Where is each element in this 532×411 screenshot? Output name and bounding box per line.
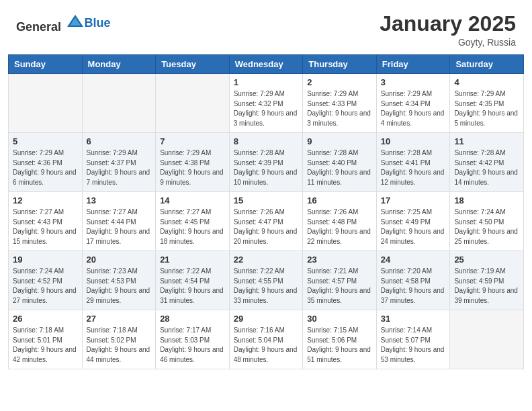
calendar-week-4: 19Sunrise: 7:24 AM Sunset: 4:52 PM Dayli…	[9, 251, 524, 310]
calendar-cell	[156, 74, 230, 133]
calendar-cell: 30Sunrise: 7:15 AM Sunset: 5:06 PM Dayli…	[303, 310, 377, 369]
day-info: Sunrise: 7:24 AM Sunset: 4:52 PM Dayligh…	[13, 267, 78, 306]
calendar-cell: 27Sunrise: 7:18 AM Sunset: 5:02 PM Dayli…	[82, 310, 156, 369]
weekday-wednesday: Wednesday	[229, 55, 303, 74]
calendar-cell: 20Sunrise: 7:23 AM Sunset: 4:53 PM Dayli…	[82, 251, 156, 310]
day-info: Sunrise: 7:16 AM Sunset: 5:04 PM Dayligh…	[234, 326, 299, 365]
page-header: General Blue January 2025 Goyty, Russia	[0, 0, 532, 54]
day-number: 22	[234, 255, 299, 265]
day-number: 18	[454, 195, 519, 205]
weekday-monday: Monday	[82, 55, 156, 74]
calendar-cell: 19Sunrise: 7:24 AM Sunset: 4:52 PM Dayli…	[9, 251, 83, 310]
day-number: 12	[13, 195, 78, 205]
day-number: 20	[87, 255, 152, 265]
calendar-cell: 6Sunrise: 7:29 AM Sunset: 4:37 PM Daylig…	[82, 133, 156, 192]
location: Goyty, Russia	[380, 37, 516, 48]
day-info: Sunrise: 7:29 AM Sunset: 4:33 PM Dayligh…	[307, 89, 372, 128]
logo-general: General	[16, 20, 61, 34]
day-number: 16	[307, 195, 372, 205]
title-area: January 2025 Goyty, Russia	[380, 12, 516, 48]
day-number: 2	[307, 77, 372, 87]
day-number: 11	[454, 136, 519, 146]
day-info: Sunrise: 7:28 AM Sunset: 4:41 PM Dayligh…	[381, 148, 446, 187]
calendar-cell: 29Sunrise: 7:16 AM Sunset: 5:04 PM Dayli…	[229, 310, 303, 369]
calendar-cell: 13Sunrise: 7:27 AM Sunset: 4:44 PM Dayli…	[82, 192, 156, 251]
day-number: 3	[381, 77, 446, 87]
day-info: Sunrise: 7:17 AM Sunset: 5:03 PM Dayligh…	[160, 326, 225, 365]
day-info: Sunrise: 7:27 AM Sunset: 4:43 PM Dayligh…	[13, 208, 78, 246]
day-number: 26	[13, 314, 78, 324]
day-number: 5	[13, 136, 78, 146]
day-info: Sunrise: 7:21 AM Sunset: 4:57 PM Dayligh…	[307, 267, 372, 306]
calendar-cell	[450, 310, 524, 369]
day-info: Sunrise: 7:28 AM Sunset: 4:40 PM Dayligh…	[307, 148, 372, 187]
day-info: Sunrise: 7:19 AM Sunset: 4:59 PM Dayligh…	[454, 267, 519, 306]
day-info: Sunrise: 7:18 AM Sunset: 5:02 PM Dayligh…	[87, 326, 152, 365]
day-info: Sunrise: 7:28 AM Sunset: 4:39 PM Dayligh…	[234, 148, 299, 187]
day-info: Sunrise: 7:15 AM Sunset: 5:06 PM Dayligh…	[307, 326, 372, 365]
day-number: 1	[234, 77, 299, 87]
day-info: Sunrise: 7:22 AM Sunset: 4:55 PM Dayligh…	[234, 267, 299, 306]
month-title: January 2025	[380, 12, 516, 36]
weekday-sunday: Sunday	[9, 55, 83, 74]
day-info: Sunrise: 7:23 AM Sunset: 4:53 PM Dayligh…	[87, 267, 152, 306]
calendar-cell: 25Sunrise: 7:19 AM Sunset: 4:59 PM Dayli…	[450, 251, 524, 310]
day-number: 14	[160, 195, 225, 205]
calendar-cell: 31Sunrise: 7:14 AM Sunset: 5:07 PM Dayli…	[376, 310, 450, 369]
calendar-cell: 2Sunrise: 7:29 AM Sunset: 4:33 PM Daylig…	[303, 74, 377, 133]
day-number: 13	[87, 195, 152, 205]
logo-icon	[66, 12, 85, 31]
weekday-friday: Friday	[376, 55, 450, 74]
calendar-cell: 26Sunrise: 7:18 AM Sunset: 5:01 PM Dayli…	[9, 310, 83, 369]
calendar-table: SundayMondayTuesdayWednesdayThursdayFrid…	[8, 54, 524, 369]
day-number: 10	[381, 136, 446, 146]
day-info: Sunrise: 7:29 AM Sunset: 4:38 PM Dayligh…	[160, 148, 225, 187]
day-number: 27	[87, 314, 152, 324]
calendar-body: 1Sunrise: 7:29 AM Sunset: 4:32 PM Daylig…	[9, 74, 524, 369]
day-number: 8	[234, 136, 299, 146]
day-info: Sunrise: 7:29 AM Sunset: 4:32 PM Dayligh…	[234, 89, 299, 128]
calendar-week-2: 5Sunrise: 7:29 AM Sunset: 4:36 PM Daylig…	[9, 133, 524, 192]
calendar-cell: 10Sunrise: 7:28 AM Sunset: 4:41 PM Dayli…	[376, 133, 450, 192]
day-number: 24	[381, 255, 446, 265]
calendar-cell: 4Sunrise: 7:29 AM Sunset: 4:35 PM Daylig…	[450, 74, 524, 133]
calendar-cell: 16Sunrise: 7:26 AM Sunset: 4:48 PM Dayli…	[303, 192, 377, 251]
weekday-header-row: SundayMondayTuesdayWednesdayThursdayFrid…	[9, 55, 524, 74]
day-number: 9	[307, 136, 372, 146]
day-info: Sunrise: 7:27 AM Sunset: 4:44 PM Dayligh…	[87, 208, 152, 246]
calendar-cell: 28Sunrise: 7:17 AM Sunset: 5:03 PM Dayli…	[156, 310, 230, 369]
calendar-cell: 24Sunrise: 7:20 AM Sunset: 4:58 PM Dayli…	[376, 251, 450, 310]
weekday-thursday: Thursday	[303, 55, 377, 74]
logo: General Blue	[16, 12, 111, 34]
day-number: 29	[234, 314, 299, 324]
calendar-cell: 22Sunrise: 7:22 AM Sunset: 4:55 PM Dayli…	[229, 251, 303, 310]
calendar-cell: 8Sunrise: 7:28 AM Sunset: 4:39 PM Daylig…	[229, 133, 303, 192]
calendar-cell: 3Sunrise: 7:29 AM Sunset: 4:34 PM Daylig…	[376, 74, 450, 133]
calendar-week-5: 26Sunrise: 7:18 AM Sunset: 5:01 PM Dayli…	[9, 310, 524, 369]
day-number: 6	[87, 136, 152, 146]
day-number: 17	[381, 195, 446, 205]
calendar-week-3: 12Sunrise: 7:27 AM Sunset: 4:43 PM Dayli…	[9, 192, 524, 251]
day-number: 28	[160, 314, 225, 324]
day-info: Sunrise: 7:22 AM Sunset: 4:54 PM Dayligh…	[160, 267, 225, 306]
calendar-cell	[82, 74, 156, 133]
day-info: Sunrise: 7:26 AM Sunset: 4:47 PM Dayligh…	[234, 208, 299, 246]
calendar-week-1: 1Sunrise: 7:29 AM Sunset: 4:32 PM Daylig…	[9, 74, 524, 133]
day-number: 25	[454, 255, 519, 265]
calendar-cell: 15Sunrise: 7:26 AM Sunset: 4:47 PM Dayli…	[229, 192, 303, 251]
calendar-cell: 21Sunrise: 7:22 AM Sunset: 4:54 PM Dayli…	[156, 251, 230, 310]
calendar-cell: 17Sunrise: 7:25 AM Sunset: 4:49 PM Dayli…	[376, 192, 450, 251]
day-number: 4	[454, 77, 519, 87]
calendar-cell: 1Sunrise: 7:29 AM Sunset: 4:32 PM Daylig…	[229, 74, 303, 133]
day-info: Sunrise: 7:25 AM Sunset: 4:49 PM Dayligh…	[381, 208, 446, 246]
calendar-cell: 9Sunrise: 7:28 AM Sunset: 4:40 PM Daylig…	[303, 133, 377, 192]
calendar-cell: 14Sunrise: 7:27 AM Sunset: 4:45 PM Dayli…	[156, 192, 230, 251]
day-number: 31	[381, 314, 446, 324]
weekday-saturday: Saturday	[450, 55, 524, 74]
calendar-cell: 11Sunrise: 7:28 AM Sunset: 4:42 PM Dayli…	[450, 133, 524, 192]
day-number: 19	[13, 255, 78, 265]
calendar-cell: 5Sunrise: 7:29 AM Sunset: 4:36 PM Daylig…	[9, 133, 83, 192]
day-info: Sunrise: 7:26 AM Sunset: 4:48 PM Dayligh…	[307, 208, 372, 246]
logo-blue: Blue	[85, 16, 111, 30]
day-info: Sunrise: 7:29 AM Sunset: 4:34 PM Dayligh…	[381, 89, 446, 128]
